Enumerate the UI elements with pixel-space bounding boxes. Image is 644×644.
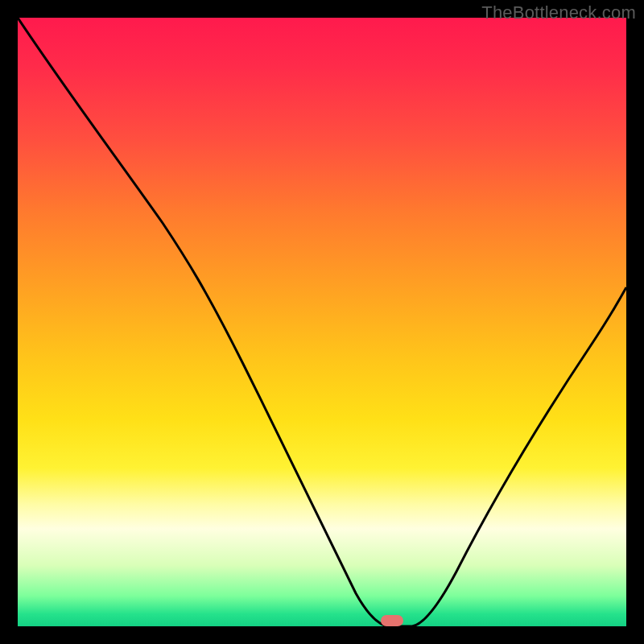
watermark-text: TheBottleneck.com [481, 2, 636, 23]
gradient-background [18, 18, 626, 626]
chart-frame: TheBottleneck.com [0, 0, 644, 644]
optimal-point-marker [381, 615, 403, 626]
